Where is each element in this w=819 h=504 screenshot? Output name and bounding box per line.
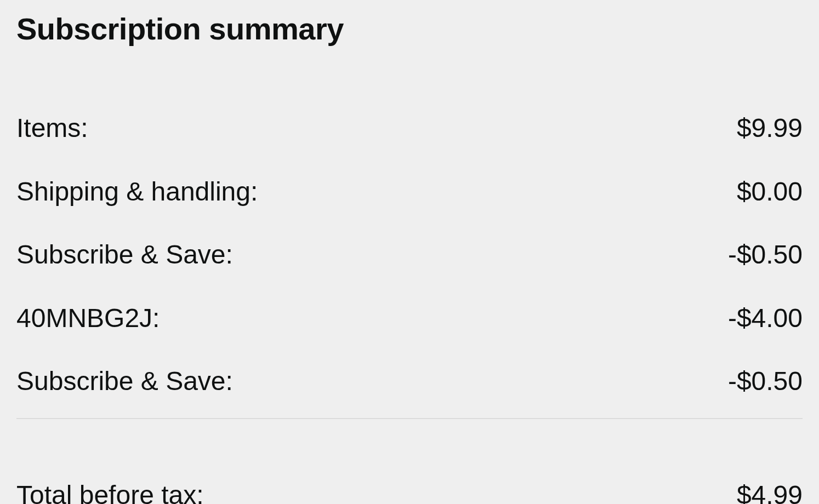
- line-item-value: -$0.50: [728, 239, 803, 271]
- line-item-value: $0.00: [737, 176, 803, 208]
- total-before-tax-row: Total before tax: $4.99: [16, 479, 803, 504]
- divider: [16, 418, 803, 419]
- total-label: Total before tax:: [16, 479, 204, 504]
- total-section: Total before tax: $4.99: [16, 479, 803, 504]
- line-item-shipping: Shipping & handling: $0.00: [16, 176, 803, 208]
- line-items-list: Items: $9.99 Shipping & handling: $0.00 …: [16, 112, 803, 397]
- line-item-subscribe-save-1: Subscribe & Save: -$0.50: [16, 239, 803, 271]
- line-item-label: Shipping & handling:: [16, 176, 258, 208]
- line-item-items: Items: $9.99: [16, 112, 803, 144]
- total-value: $4.99: [737, 479, 803, 504]
- subscription-summary-title: Subscription summary: [16, 11, 803, 47]
- line-item-label: Items:: [16, 112, 88, 144]
- line-item-label: Subscribe & Save:: [16, 239, 233, 271]
- line-item-subscribe-save-2: Subscribe & Save: -$0.50: [16, 365, 803, 397]
- line-item-value: -$4.00: [728, 302, 803, 334]
- line-item-value: $9.99: [737, 112, 803, 144]
- line-item-label: Subscribe & Save:: [16, 365, 233, 397]
- line-item-value: -$0.50: [728, 365, 803, 397]
- line-item-promo-code: 40MNBG2J: -$4.00: [16, 302, 803, 334]
- line-item-label: 40MNBG2J:: [16, 302, 160, 334]
